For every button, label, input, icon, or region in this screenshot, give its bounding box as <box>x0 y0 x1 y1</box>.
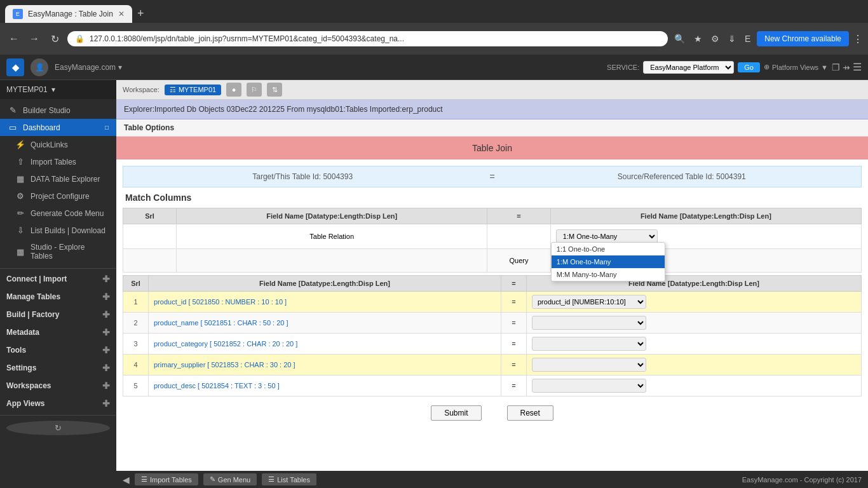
back-button[interactable]: ← <box>5 30 23 48</box>
sidebar-item-generate-code-menu[interactable]: ✏ Generate Code Menu <box>0 205 116 222</box>
row-field-select-5[interactable] <box>532 379 646 393</box>
app-user-icon[interactable]: 👤 <box>31 58 48 76</box>
chrome-update-button[interactable]: New Chrome available <box>757 31 849 46</box>
relation-dropdown-overlay: 1:1 One-to-One 1:M One-to-Many M:M Many-… <box>551 242 665 281</box>
sidebar-bottom-button[interactable]: ↻ <box>6 421 110 435</box>
platform-views-button[interactable]: ⊕ Platform Views ▼ <box>764 63 828 71</box>
table-row: 5product_desc [ 5021854 : TEXT : 3 : 50 … <box>123 376 862 396</box>
sidebar-group-manage-tables[interactable]: Manage Tables ✚ <box>0 288 116 306</box>
sidebar-group-connect-import[interactable]: Connect | Import ✚ <box>0 270 116 288</box>
header-menu-button[interactable]: ☰ <box>853 61 862 73</box>
sidebar-group-tools[interactable]: Tools ✚ <box>0 341 116 359</box>
sidebar-item-builder-studio[interactable]: ✎ Builder Studio <box>0 102 116 119</box>
sidebar-group-settings[interactable]: Settings ✚ <box>0 359 116 377</box>
workspace-badge: ☶ MYTEMP01 <box>165 85 221 95</box>
forward-icon-button[interactable]: ⇸ <box>843 61 850 73</box>
sidebar-item-import-tables[interactable]: ⇧ Import Tables <box>0 153 116 170</box>
main-layout: MYTEMP01 ▾ ✎ Builder Studio ▭ Dashboard … <box>0 80 868 488</box>
sidebar-label-dashboard: Dashboard <box>23 123 60 132</box>
sidebar-label-builder-studio: Builder Studio <box>23 106 71 115</box>
bookmark-button[interactable]: ★ <box>691 31 705 46</box>
header-icons: ❐ ⇸ ☰ <box>832 61 862 73</box>
footer-copyright: EasyManage.com - Copyright (c) 2017 <box>742 476 862 484</box>
manage-expand-icon: ✚ <box>102 292 110 302</box>
footer-nav-button[interactable]: ◀ <box>123 475 130 485</box>
sidebar-user[interactable]: MYTEMP01 ▾ <box>0 80 116 99</box>
go-button[interactable]: Go <box>738 62 760 72</box>
row-equals-1: = <box>501 292 527 313</box>
row-dropdown-cell-1: product_id [NUMBER:10:10] <box>527 292 862 313</box>
row-srl-2: 2 <box>123 313 149 334</box>
dropdown-item-1-one[interactable]: 1:1 One-to-One <box>552 243 665 255</box>
wrench-icon: ✎ <box>8 105 18 115</box>
sidebar-item-quicklinks[interactable]: ⚡ QuickLinks <box>0 136 116 153</box>
sidebar-divider-1 <box>0 268 116 269</box>
workspaces-expand-icon: ✚ <box>102 381 110 391</box>
profile-button[interactable]: E <box>742 31 753 46</box>
dropdown-item-many-many[interactable]: M:M Many-to-Many <box>552 268 665 281</box>
sidebar: MYTEMP01 ▾ ✎ Builder Studio ▭ Dashboard … <box>0 80 116 488</box>
buttons-row: Submit Reset <box>123 396 862 430</box>
sidebar-item-data-table-explorer[interactable]: ▦ DATA Table Explorer <box>0 170 116 187</box>
row-dropdown-cell-3 <box>527 334 862 355</box>
footer-import-tables-button[interactable]: ☰ Import Tables <box>135 473 198 485</box>
sidebar-label-studio-explore-tables: Studio - Explore Tables <box>31 243 109 261</box>
connect-expand-icon: ✚ <box>102 274 110 284</box>
table-id-equals: = <box>482 166 502 187</box>
table-relation-select[interactable]: 1:M One-to-Many 1:1 One-to-One 1:M One-t… <box>556 229 658 243</box>
col-header-srl: Srl <box>123 208 177 224</box>
row-srl-5: 5 <box>123 376 149 396</box>
service-select[interactable]: EasyManage Platform <box>643 61 734 74</box>
table-header-row: Srl Field Name [Datatype:Length:Disp Len… <box>123 208 862 224</box>
address-bar[interactable]: 🔒 127.0.0.1:8080/em/jsp/dn/table_join.js… <box>67 31 668 46</box>
reload-button[interactable]: ↻ <box>46 30 64 48</box>
data-col-srl: Srl <box>123 276 149 292</box>
table-ids-row: Target/This Table Id: 5004393 = Source/R… <box>123 166 862 187</box>
fullscreen-icon-button[interactable]: ❐ <box>832 61 840 73</box>
browser-chrome: ← → ↻ 🔒 127.0.0.1:8080/em/jsp/dn/table_j… <box>0 23 868 55</box>
service-label: SERVICE: <box>607 64 639 71</box>
sidebar-group-app-views[interactable]: App Views ✚ <box>0 395 116 412</box>
sidebar-label-project-configure: Project Configure <box>31 192 90 201</box>
browser-actions: 🔍 ★ ⚙ ⇓ E New Chrome available ⋮ <box>672 31 863 46</box>
row-field-2: product_name [ 5021851 : CHAR : 50 : 20 … <box>149 313 501 334</box>
sidebar-item-project-configure[interactable]: ⚙ Project Configure <box>0 187 116 205</box>
sidebar-item-studio-explore-tables[interactable]: ▦ Studio - Explore Tables <box>0 239 116 264</box>
table-row: 2product_name [ 5021851 : CHAR : 50 : 20… <box>123 313 862 334</box>
row-field-select-3[interactable] <box>532 337 646 351</box>
list-builds-icon: ⇩ <box>15 226 25 235</box>
footer: ◀ ☰ Import Tables ✎ Gen Menu ☰ List Tabl… <box>116 471 868 488</box>
workspace-action-2[interactable]: ⚐ <box>247 83 262 97</box>
browser-menu-button[interactable]: ⋮ <box>853 33 863 45</box>
settings-expand-icon: ✚ <box>102 363 110 373</box>
workspace-action-1[interactable]: ● <box>226 83 241 97</box>
sidebar-group-metadata[interactable]: Metadata ✚ <box>0 323 116 341</box>
row-field-select-4[interactable] <box>532 358 646 372</box>
new-tab-button[interactable]: + <box>132 4 149 23</box>
sidebar-group-workspaces[interactable]: Workspaces ✚ <box>0 377 116 395</box>
extensions-button[interactable]: ⚙ <box>709 31 722 46</box>
sidebar-item-list-builds-download[interactable]: ⇩ List Builds | Download <box>0 222 116 239</box>
dropdown-item-1-many[interactable]: 1:M One-to-Many <box>552 255 665 268</box>
app-header: ◆ 👤 EasyManage.com ▾ SERVICE: EasyManage… <box>0 55 868 80</box>
submit-button[interactable]: Submit <box>431 405 481 421</box>
sidebar-label-list-builds-download: List Builds | Download <box>31 226 105 235</box>
lock-icon: 🔒 <box>75 34 85 43</box>
sidebar-group-build-factory[interactable]: Build | Factory ✚ <box>0 306 116 323</box>
download-button[interactable]: ⇓ <box>726 31 738 46</box>
browser-tab[interactable]: E EasyManage : Table Join ✕ <box>5 5 132 23</box>
build-expand-icon: ✚ <box>102 309 110 320</box>
row-field-select-2[interactable] <box>532 316 646 330</box>
workspace-label: Workspace: <box>123 86 159 93</box>
forward-button[interactable]: → <box>25 30 43 48</box>
sidebar-item-dashboard[interactable]: ▭ Dashboard □ <box>0 119 116 136</box>
reset-button[interactable]: Reset <box>507 405 553 421</box>
row-equals-2: = <box>501 313 527 334</box>
sidebar-label-quicklinks: QuickLinks <box>31 140 68 149</box>
workspace-action-3[interactable]: ⇅ <box>267 83 282 97</box>
footer-gen-menu-button[interactable]: ✎ Gen Menu <box>203 473 257 485</box>
row-field-select-1[interactable]: product_id [NUMBER:10:10] <box>532 295 646 309</box>
tab-close-button[interactable]: ✕ <box>118 10 125 18</box>
search-button[interactable]: 🔍 <box>672 31 688 46</box>
footer-list-tables-button[interactable]: ☰ List Tables <box>262 473 316 485</box>
